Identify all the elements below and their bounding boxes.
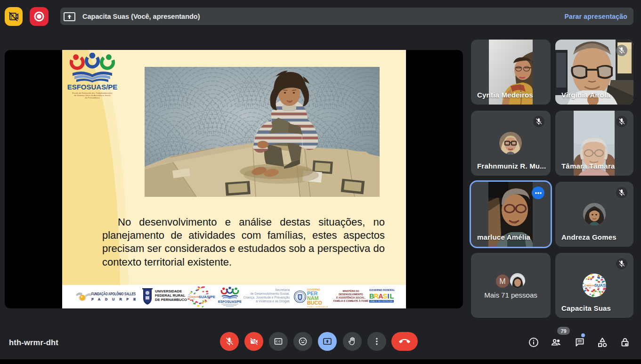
svg-text:FADURPE: FADURPE: [91, 297, 136, 301]
svg-text:L: L: [389, 292, 394, 300]
svg-text:UNIÃO E RECONSTRUÇÃO: UNIÃO E RECONSTRUÇÃO: [370, 300, 393, 302]
svg-text:UNIVERSIDADE: UNIVERSIDADE: [155, 289, 182, 293]
svg-text:ESTADO DE MUDANÇA: ESTADO DE MUDANÇA: [307, 306, 328, 308]
svg-text:ESFOSUAS/PE: ESFOSUAS/PE: [67, 83, 118, 91]
svg-text:Criança, Juventude e Prevenção: Criança, Juventude e Prevenção: [243, 296, 290, 299]
svg-text:FEDERAL RURAL: FEDERAL RURAL: [155, 293, 186, 298]
svg-text:Capacita: Capacita: [584, 284, 595, 287]
svg-text:I: I: [387, 292, 389, 300]
svg-text:C: C: [276, 340, 278, 343]
svg-text:de Pernambuco: de Pernambuco: [85, 97, 100, 99]
svg-text:FUNDAÇÃO APOLÔNIO SALLES: FUNDAÇÃO APOLÔNIO SALLES: [91, 291, 136, 296]
svg-text:DESENVOLVIMENTO: DESENVOLVIMENTO: [339, 293, 363, 296]
svg-text:ESFOSUAS/PE: ESFOSUAS/PE: [218, 300, 242, 303]
svg-text:Capacita: Capacita: [189, 295, 200, 298]
svg-text:BUCO: BUCO: [307, 300, 322, 306]
svg-text:C: C: [278, 340, 281, 343]
svg-text:S: S: [383, 292, 388, 300]
svg-text:DE PERNAMBUCO: DE PERNAMBUCO: [155, 298, 187, 302]
svg-text:GOVERNO FEDERAL: GOVERNO FEDERAL: [369, 289, 395, 291]
svg-text:SUAS/PE: SUAS/PE: [199, 295, 216, 299]
svg-text:de Desenvolvimento Social,: de Desenvolvimento Social,: [250, 292, 290, 295]
svg-text:à Violência e as Drogas: à Violência e as Drogas: [256, 299, 290, 303]
svg-text:SUAS/PE: SUAS/PE: [594, 283, 606, 288]
svg-text:Secretaria: Secretaria: [275, 288, 290, 291]
svg-text:M: M: [499, 277, 505, 285]
svg-text:FAMÍLIA E COMBATE À FOME: FAMÍLIA E COMBATE À FOME: [333, 299, 369, 302]
svg-text:E ASSISTÊNCIA SOCIAL,: E ASSISTÊNCIA SOCIAL,: [336, 296, 365, 299]
svg-text:MINISTÉRIO DO: MINISTÉRIO DO: [343, 289, 359, 292]
